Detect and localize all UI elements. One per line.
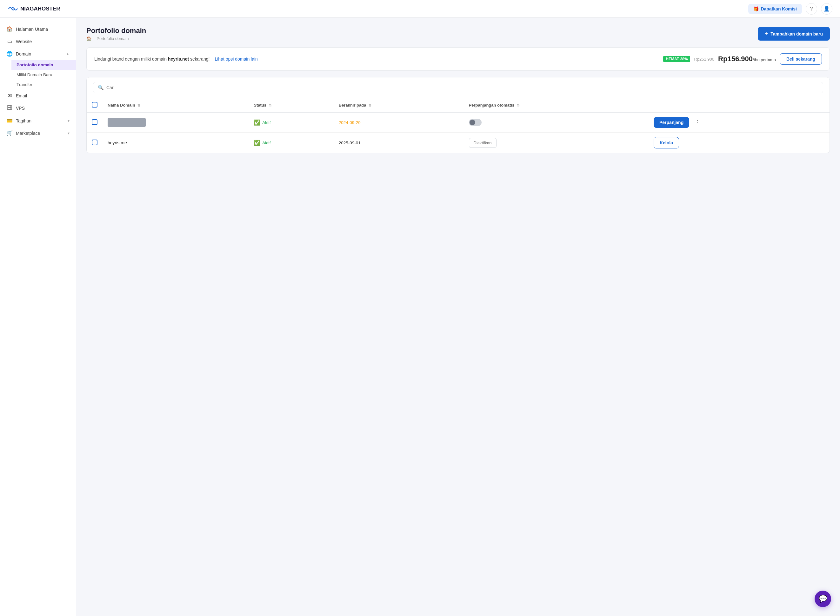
breadcrumb-home-icon: 🏠 <box>86 36 91 41</box>
sidebar-label: Marketplace <box>16 131 40 136</box>
add-domain-button[interactable]: + Tambahkan domain baru <box>758 27 830 41</box>
promo-domain: heyris.net <box>168 56 189 62</box>
sort-icon[interactable]: ⇅ <box>137 103 140 107</box>
chat-button[interactable]: 💬 <box>815 591 831 607</box>
col-nama-domain: Nama Domain ⇅ <box>103 98 249 113</box>
diaktifkan-button[interactable]: Diaktifkan <box>469 138 497 148</box>
perpanjangan-toggle[interactable] <box>469 119 482 126</box>
perpanjangan-cell: Diaktifkan <box>464 133 649 153</box>
col-perpanjangan-otomatis: Perpanjangan otomatis ⇅ <box>464 98 649 113</box>
breadcrumb-current: Portofolio domain <box>97 36 129 41</box>
home-icon: 🏠 <box>6 26 13 32</box>
domain-name-blurred <box>107 118 146 127</box>
hemat-badge: HEMAT 38% <box>663 56 690 62</box>
table-row: heyris.me ✅ Aktif 2025-09-01 Dia <box>87 133 830 153</box>
sidebar-label: Website <box>16 39 32 44</box>
table-header: Nama Domain ⇅ Status ⇅ Berakhir pada ⇅ <box>87 98 830 113</box>
price-new: Rp156.900 <box>718 55 753 63</box>
actions-cell: Perpanjang ⋮ <box>654 117 824 128</box>
promo-suffix: sekarang! <box>189 56 209 62</box>
brand-logo[interactable]: NIAGAHOSTER <box>7 6 60 12</box>
chevron-down-icon: ▾ <box>68 119 69 123</box>
sort-icon[interactable]: ⇅ <box>517 103 520 107</box>
search-input[interactable] <box>106 85 818 90</box>
help-button[interactable]: ? <box>806 3 817 15</box>
domain-table: Nama Domain ⇅ Status ⇅ Berakhir pada ⇅ <box>87 98 830 153</box>
sort-icon[interactable]: ⇅ <box>269 103 272 107</box>
action-cell: Kelola <box>649 133 830 153</box>
kelola-button[interactable]: Kelola <box>654 137 679 148</box>
gift-icon: 🎁 <box>753 6 759 12</box>
sidebar-item-miliki-domain-baru[interactable]: Miliki Domain Baru <box>12 70 76 80</box>
marketplace-icon: 🛒 <box>6 130 13 136</box>
sidebar-item-portofolio-domain[interactable]: Portofolio domain <box>12 60 76 70</box>
status-label: Aktif <box>262 141 271 145</box>
sidebar-item-halaman-utama[interactable]: 🏠 Halaman Utama <box>0 23 76 35</box>
komisi-button[interactable]: 🎁 Dapatkan Komisi <box>748 4 802 14</box>
more-options-button[interactable]: ⋮ <box>692 117 703 128</box>
berakhir-cell: 2024-09-29 <box>334 113 464 133</box>
page-title: Portofolio domain <box>86 26 146 35</box>
promo-banner: Lindungi brand dengan miliki domain heyr… <box>86 47 830 71</box>
sidebar-item-transfer[interactable]: Transfer <box>12 80 76 89</box>
sidebar: 🏠 Halaman Utama ▭ Website 🌐 Domain ▲ Por… <box>0 18 76 616</box>
col-actions <box>649 98 830 113</box>
submenu-label: Miliki Domain Baru <box>16 72 52 77</box>
status-icon: ✅ <box>254 139 260 146</box>
sidebar-item-tagihan[interactable]: 💳 Tagihan ▾ <box>0 114 76 127</box>
promo-link[interactable]: Lihat opsi domain lain <box>215 56 257 62</box>
berakhir-date: 2024-09-29 <box>339 120 360 125</box>
col-label: Nama Domain <box>107 103 135 107</box>
status-cell: ✅ Aktif <box>249 113 334 133</box>
price-per: /thn pertama <box>753 57 776 62</box>
col-status: Status ⇅ <box>249 98 334 113</box>
status-badge: ✅ Aktif <box>254 139 328 146</box>
row-checkbox[interactable] <box>92 119 97 125</box>
promo-prefix: Lindungi brand dengan miliki domain <box>94 56 168 62</box>
sidebar-item-website[interactable]: ▭ Website <box>0 35 76 48</box>
email-icon: ✉ <box>6 92 13 99</box>
promo-right: HEMAT 38% Rp251.900 Rp156.900/thn pertam… <box>663 53 822 65</box>
vps-icon <box>6 105 13 111</box>
perpanjang-button[interactable]: Perpanjang <box>654 117 689 128</box>
sidebar-label: Halaman Utama <box>16 26 48 32</box>
chat-icon: 💬 <box>819 595 827 603</box>
sidebar-item-domain[interactable]: 🌐 Domain ▲ <box>0 48 76 60</box>
submenu-label: Transfer <box>16 82 32 87</box>
actions-cell: Kelola <box>654 137 824 148</box>
status-label: Aktif <box>262 120 271 125</box>
select-all-checkbox[interactable] <box>92 102 97 107</box>
sidebar-item-vps[interactable]: VPS <box>0 102 76 114</box>
sidebar-label: Email <box>16 93 27 98</box>
svg-point-3 <box>10 109 11 109</box>
main-content: Portofolio domain 🏠 - Portofolio domain … <box>76 18 840 616</box>
user-icon: 👤 <box>824 6 830 12</box>
svg-point-2 <box>10 106 11 107</box>
sidebar-label: Domain <box>16 51 31 56</box>
berakhir-date: 2025-09-01 <box>339 141 360 145</box>
page-header: Portofolio domain 🏠 - Portofolio domain … <box>86 26 830 41</box>
buy-button[interactable]: Beli sekarang <box>780 53 822 65</box>
domain-name-cell <box>103 113 249 133</box>
logo-icon <box>7 6 18 12</box>
website-icon: ▭ <box>6 38 13 44</box>
komisi-label: Dapatkan Komisi <box>761 6 797 12</box>
col-label: Perpanjangan otomatis <box>469 103 515 107</box>
header-checkbox-cell <box>87 98 103 113</box>
sidebar-item-marketplace[interactable]: 🛒 Marketplace ▾ <box>0 127 76 139</box>
col-berakhir-pada: Berakhir pada ⇅ <box>334 98 464 113</box>
add-domain-label: Tambahkan domain baru <box>771 31 823 37</box>
price-old: Rp251.900 <box>694 57 714 62</box>
status-badge: ✅ Aktif <box>254 119 328 126</box>
col-label: Status <box>254 103 266 107</box>
toggle-wrap <box>469 119 643 126</box>
sort-icon[interactable]: ⇅ <box>369 103 371 107</box>
user-avatar[interactable]: 👤 <box>821 3 833 15</box>
row-checkbox-cell <box>87 133 103 153</box>
sidebar-item-email[interactable]: ✉ Email <box>0 89 76 102</box>
action-cell: Perpanjang ⋮ <box>649 113 830 133</box>
row-checkbox[interactable] <box>92 139 97 145</box>
help-icon: ? <box>810 6 813 12</box>
breadcrumb-sep: - <box>93 36 95 41</box>
status-cell: ✅ Aktif <box>249 133 334 153</box>
